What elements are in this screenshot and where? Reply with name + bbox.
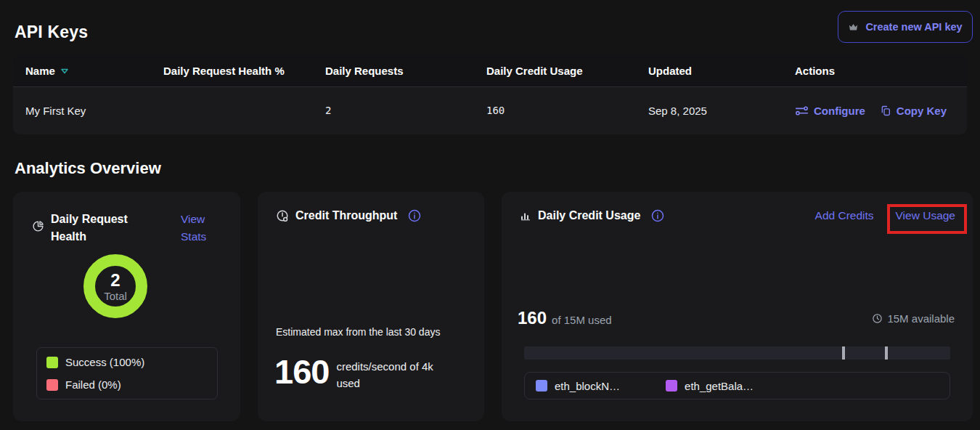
view-usage-link[interactable]: View Usage bbox=[896, 209, 955, 222]
used-value: 160 bbox=[518, 308, 547, 328]
configure-label: Configure bbox=[814, 105, 865, 117]
crown-icon bbox=[848, 22, 859, 33]
api-keys-table: Name Daily Request Health % Daily Reques… bbox=[13, 55, 967, 134]
column-updated: Updated bbox=[648, 65, 795, 77]
card1-header: Daily Request Health View Stats bbox=[32, 211, 226, 246]
sort-chevron-icon[interactable] bbox=[60, 68, 69, 75]
credit-throughput-card: Credit Throughput Estimated max from the… bbox=[258, 192, 484, 421]
sliders-icon bbox=[795, 105, 809, 116]
gauge-icon bbox=[276, 209, 289, 222]
daily-requests-value: 2 bbox=[325, 105, 486, 116]
column-health: Daily Request Health % bbox=[163, 65, 325, 77]
legend-eth-getbalance: eth_getBala… bbox=[666, 380, 754, 392]
card1-title: Daily Request Health bbox=[51, 211, 136, 246]
key-name: My First Key bbox=[25, 105, 163, 117]
credit-usage-progress-bar bbox=[524, 346, 950, 360]
clock-icon bbox=[872, 313, 883, 324]
usage-summary-row: 160 of 15M used 15M available bbox=[518, 308, 955, 328]
table-row: My First Key 2 160 Sep 8, 2025 Configure… bbox=[13, 87, 967, 134]
throughput-subtitle: Estimated max from the last 30 days bbox=[276, 326, 440, 338]
column-name-label: Name bbox=[25, 65, 55, 77]
column-actions: Actions bbox=[795, 65, 967, 77]
pie-chart-icon bbox=[32, 220, 44, 232]
create-api-key-button[interactable]: Create new API key bbox=[838, 11, 973, 43]
daily-credit-usage-card: Daily Credit Usage Add Credits View Usag… bbox=[502, 192, 973, 421]
success-label: Success (100%) bbox=[65, 356, 144, 368]
eth-blocknumber-label: eth_blockN… bbox=[555, 380, 620, 392]
actions-cell: Configure Copy Key bbox=[795, 105, 967, 117]
daily-request-health-card: Daily Request Health View Stats 2 Total … bbox=[13, 192, 240, 421]
copy-key-label: Copy Key bbox=[897, 105, 947, 117]
card3-links: Add Credits View Usage bbox=[815, 209, 955, 222]
configure-button[interactable]: Configure bbox=[795, 105, 865, 117]
progress-tick-2 bbox=[885, 346, 888, 360]
dashboard-page: API Keys Create new API key Name Daily R… bbox=[0, 0, 980, 430]
add-credits-link[interactable]: Add Credits bbox=[815, 209, 874, 222]
legend-success: Success (100%) bbox=[46, 356, 208, 368]
daily-credit-usage-value: 160 bbox=[486, 105, 648, 116]
copy-icon bbox=[880, 105, 891, 117]
column-daily-credit-usage: Daily Credit Usage bbox=[486, 65, 648, 77]
failed-label: Failed (0%) bbox=[65, 378, 121, 391]
throughput-value-row: 160 credits/second of 4k used bbox=[274, 350, 455, 394]
used-suffix: of 15M used bbox=[552, 314, 612, 326]
copy-key-button[interactable]: Copy Key bbox=[880, 105, 947, 117]
column-daily-requests: Daily Requests bbox=[325, 65, 486, 77]
card3-header: Daily Credit Usage Add Credits View Usag… bbox=[520, 209, 955, 222]
updated-value: Sep 8, 2025 bbox=[648, 105, 795, 117]
request-health-donut-chart: 2 Total bbox=[83, 254, 147, 318]
card2-header: Credit Throughput bbox=[276, 209, 467, 222]
donut-total-value: 2 bbox=[110, 271, 120, 290]
info-icon[interactable] bbox=[651, 209, 664, 222]
legend-eth-blocknumber: eth_blockN… bbox=[536, 380, 620, 392]
page-title: API Keys bbox=[15, 23, 88, 42]
column-name[interactable]: Name bbox=[25, 65, 163, 77]
eth-blocknumber-swatch bbox=[536, 380, 547, 392]
card2-title: Credit Throughput bbox=[295, 209, 397, 222]
card3-title: Daily Credit Usage bbox=[538, 209, 640, 222]
success-swatch bbox=[46, 357, 58, 368]
analytics-overview-title: Analytics Overview bbox=[15, 159, 161, 178]
health-legend: Success (100%) Failed (0%) bbox=[36, 347, 218, 399]
throughput-value: 160 bbox=[274, 350, 329, 394]
info-icon[interactable] bbox=[408, 209, 421, 222]
bar-chart-icon bbox=[520, 210, 531, 222]
throughput-unit: credits/second of 4k used bbox=[336, 358, 455, 392]
available-group: 15M available bbox=[872, 312, 955, 325]
failed-swatch bbox=[46, 379, 58, 391]
available-label: 15M available bbox=[887, 312, 955, 325]
eth-getbalance-label: eth_getBala… bbox=[685, 380, 754, 392]
progress-tick-1 bbox=[842, 346, 845, 360]
usage-legend: eth_blockN… eth_getBala… bbox=[524, 372, 950, 399]
table-header-row: Name Daily Request Health % Daily Reques… bbox=[13, 55, 967, 87]
create-api-key-label: Create new API key bbox=[865, 21, 962, 33]
legend-failed: Failed (0%) bbox=[46, 378, 208, 391]
donut-total-label: Total bbox=[104, 290, 127, 302]
view-stats-link[interactable]: View Stats bbox=[181, 211, 226, 246]
eth-getbalance-swatch bbox=[666, 380, 677, 392]
